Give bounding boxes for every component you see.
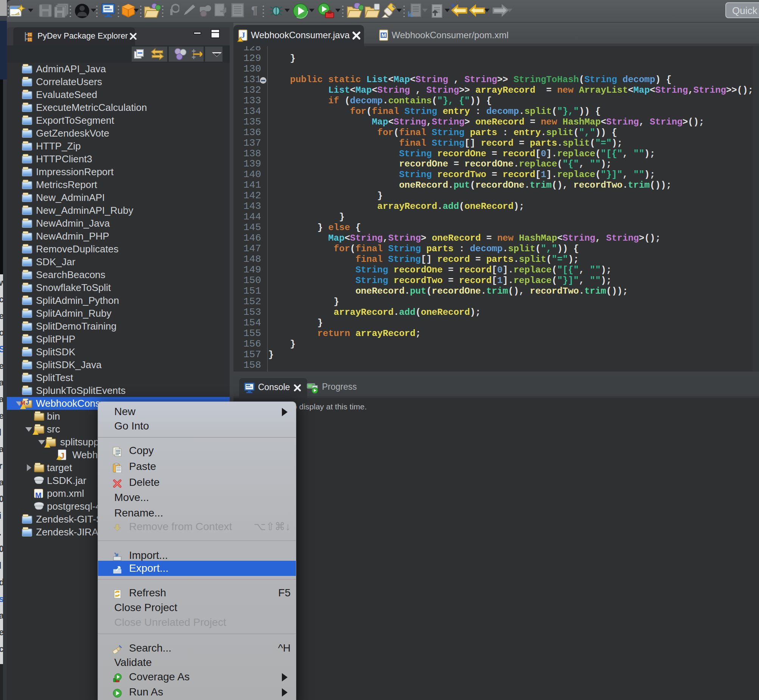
svg-text:J: J [241, 30, 245, 40]
svg-text:M: M [381, 32, 386, 38]
svg-text:*: * [451, 4, 455, 12]
